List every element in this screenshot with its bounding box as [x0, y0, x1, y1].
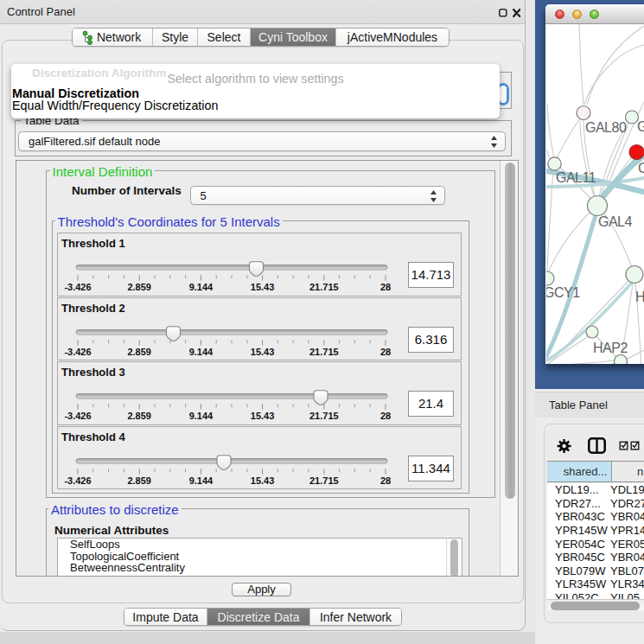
svg-text:GCY1: GCY1 — [546, 285, 580, 300]
svg-text:28: 28 — [380, 346, 391, 356]
svg-text:15.43: 15.43 — [251, 475, 275, 485]
svg-text:9.144: 9.144 — [189, 411, 214, 421]
svg-text:GAL80: GAL80 — [585, 120, 627, 135]
svg-text:2.859: 2.859 — [127, 346, 151, 356]
svg-text:-3.426: -3.426 — [64, 282, 91, 292]
svg-text:9.144: 9.144 — [189, 346, 214, 356]
svg-text:21.715: 21.715 — [309, 282, 339, 292]
svg-text:2.859: 2.859 — [127, 411, 151, 421]
svg-text:C: C — [638, 161, 644, 175]
svg-text:15.43: 15.43 — [251, 411, 275, 421]
svg-text:9.144: 9.144 — [189, 282, 214, 292]
svg-text:HAP2: HAP2 — [593, 341, 628, 355]
svg-text:GAL11: GAL11 — [556, 170, 596, 185]
svg-text:-3.426: -3.426 — [64, 346, 91, 356]
svg-text:-3.426: -3.426 — [64, 411, 91, 421]
svg-text:28: 28 — [380, 282, 391, 292]
svg-text:15.43: 15.43 — [251, 282, 275, 292]
svg-text:28: 28 — [380, 411, 391, 421]
svg-text:2.859: 2.859 — [127, 475, 151, 485]
svg-text:21.715: 21.715 — [309, 346, 339, 356]
svg-text:28: 28 — [380, 475, 391, 485]
svg-text:2.859: 2.859 — [127, 282, 151, 292]
svg-text:21.715: 21.715 — [309, 475, 339, 485]
svg-text:15.43: 15.43 — [251, 346, 275, 356]
svg-text:GA: GA — [637, 119, 644, 134]
svg-text:-3.426: -3.426 — [64, 475, 91, 485]
svg-text:GAL4: GAL4 — [598, 214, 633, 229]
svg-text:9.144: 9.144 — [189, 475, 214, 485]
svg-text:H: H — [635, 290, 644, 304]
svg-text:21.715: 21.715 — [309, 411, 339, 421]
